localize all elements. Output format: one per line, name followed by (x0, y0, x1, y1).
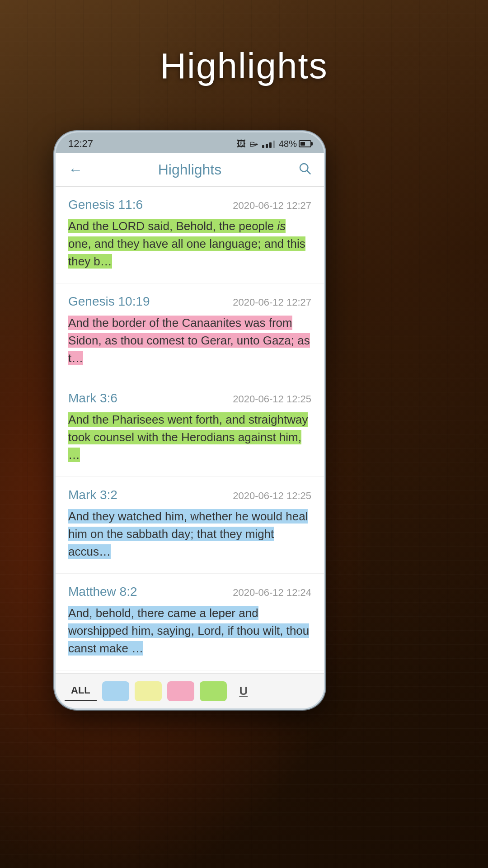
highlight-date: 2020-06-12 12:27 (233, 297, 311, 308)
highlight-ref: Matthew 8:2 (68, 585, 137, 599)
image-icon: 🖼 (237, 139, 246, 149)
filter-yellow-button[interactable] (135, 681, 162, 701)
page-title: Highlights (0, 45, 488, 87)
highlight-date: 2020-06-12 12:25 (233, 393, 311, 405)
phone-inner: 12:27 🖼 ⌲ 48% ← (56, 132, 324, 708)
highlight-text: And the Pharisees went forth, and straig… (68, 411, 311, 464)
highlighted-span: And the LORD said, Behold, the people is… (68, 219, 305, 269)
phone-mockup: 12:27 🖼 ⌲ 48% ← (54, 131, 325, 710)
highlight-text: And, behold, there came a leper and wors… (68, 604, 311, 657)
highlight-date: 2020-06-12 12:24 (233, 587, 311, 599)
highlight-text: And the LORD said, Behold, the people is… (68, 217, 311, 270)
back-button[interactable]: ← (68, 161, 86, 178)
battery-percent: 48% (279, 139, 297, 149)
highlight-item-genesis-11-6[interactable]: Genesis 11:6 2020-06-12 12:27 And the LO… (56, 187, 324, 283)
battery-indicator: 48% (279, 139, 311, 149)
highlight-meta: Genesis 10:19 2020-06-12 12:27 (68, 294, 311, 309)
status-bar: 12:27 🖼 ⌲ 48% (56, 132, 324, 153)
highlight-date: 2020-06-12 12:27 (233, 200, 311, 212)
signal-bars-icon (262, 140, 275, 148)
highlight-item-genesis-10-19[interactable]: Genesis 10:19 2020-06-12 12:27 And the b… (56, 283, 324, 380)
filter-underline-button[interactable]: U (232, 681, 255, 701)
highlighted-span: And they watched him, whether he would h… (68, 509, 308, 559)
filter-bar: ALL U (56, 673, 324, 708)
highlight-date: 2020-06-12 12:25 (233, 490, 311, 502)
filter-green-button[interactable] (200, 681, 227, 701)
battery-icon (299, 140, 311, 147)
search-button[interactable] (293, 161, 311, 178)
filter-blue-button[interactable] (102, 681, 129, 701)
svg-line-1 (307, 171, 310, 174)
highlight-text: And the border of the Canaanites was fro… (68, 314, 311, 367)
bluetooth-icon: ⌲ (249, 139, 258, 149)
highlight-text: And they watched him, whether he would h… (68, 508, 311, 561)
highlight-ref: Mark 3:6 (68, 391, 117, 406)
highlight-ref: Genesis 10:19 (68, 294, 150, 309)
highlights-list: Genesis 11:6 2020-06-12 12:27 And the LO… (56, 187, 324, 673)
highlighted-span: And the Pharisees went forth, and straig… (68, 412, 308, 462)
highlighted-span: And, behold, there came a leper and wors… (68, 606, 309, 656)
highlight-ref: Genesis 11:6 (68, 198, 143, 212)
highlight-item-mark-3-2[interactable]: Mark 3:2 2020-06-12 12:25 And they watch… (56, 477, 324, 574)
filter-all-button[interactable]: ALL (65, 681, 97, 701)
highlight-item-matthew-8-2[interactable]: Matthew 8:2 2020-06-12 12:24 And, behold… (56, 574, 324, 670)
highlighted-span: And the border of the Canaanites was fro… (68, 316, 310, 365)
header-title: Highlights (158, 161, 222, 178)
highlight-meta: Mark 3:2 2020-06-12 12:25 (68, 488, 311, 502)
highlight-meta: Mark 3:6 2020-06-12 12:25 (68, 391, 311, 406)
status-time: 12:27 (68, 138, 93, 150)
highlight-ref: Mark 3:2 (68, 488, 117, 502)
highlight-item-mark-3-6[interactable]: Mark 3:6 2020-06-12 12:25 And the Pharis… (56, 380, 324, 477)
highlight-meta: Matthew 8:2 2020-06-12 12:24 (68, 585, 311, 599)
app-header: ← Highlights (56, 153, 324, 187)
highlight-meta: Genesis 11:6 2020-06-12 12:27 (68, 198, 311, 212)
status-icons: 🖼 ⌲ 48% (237, 139, 311, 149)
filter-pink-button[interactable] (167, 681, 194, 701)
